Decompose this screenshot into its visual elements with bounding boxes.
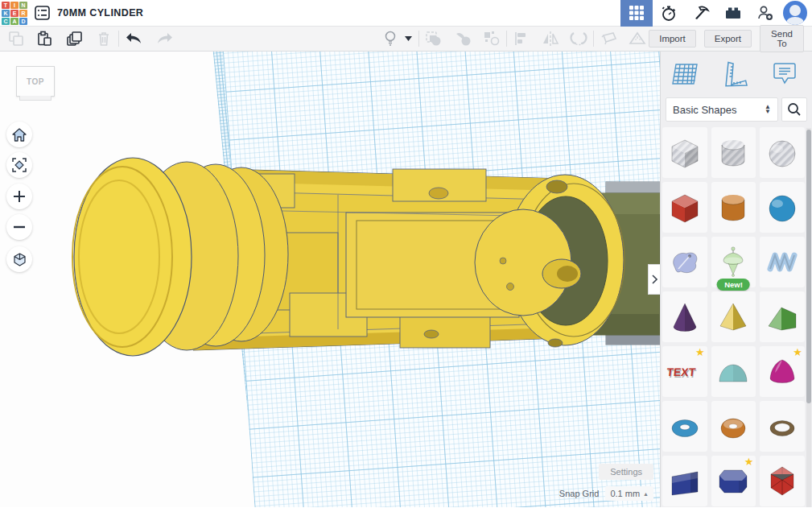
ruler-tool-icon[interactable] [626, 28, 649, 49]
shape-category-select[interactable]: Basic Shapes ▲▼ [666, 97, 778, 122]
redo-icon[interactable] [154, 28, 176, 49]
logo-tile-d: D [19, 18, 27, 25]
logo-tile-n: N [19, 2, 27, 9]
favorite-star-icon: ★ [695, 346, 705, 358]
paste-icon[interactable] [33, 28, 56, 49]
model-70mm-cylinder[interactable] [0, 52, 660, 507]
align-icon[interactable] [510, 28, 533, 49]
shape-tube[interactable] [760, 401, 805, 452]
view-cube-label: TOP [27, 77, 44, 86]
ruler-helper-icon[interactable] [719, 60, 751, 89]
view-cube[interactable]: TOP [16, 66, 55, 97]
shape-text[interactable]: TEXTTEXT★ [662, 346, 707, 397]
shape-wedge[interactable] [662, 456, 707, 506]
perspective-toggle-button[interactable] [6, 246, 32, 272]
workplane-tool-icon[interactable] [597, 28, 620, 49]
shape-hole-sphere[interactable] [760, 127, 805, 178]
add-person-icon[interactable] [749, 0, 781, 27]
shape-spinner-top[interactable]: New! [711, 237, 756, 287]
new-badge: New! [717, 279, 750, 291]
shape-hole-box[interactable] [662, 127, 707, 178]
panel-scrollbar-thumb[interactable] [806, 130, 811, 403]
group-icon[interactable] [422, 28, 445, 49]
magnet-icon[interactable] [567, 28, 590, 49]
shape-sphere[interactable] [760, 182, 805, 233]
document-title[interactable]: 70MM CYLINDER [57, 7, 143, 19]
bulb-caret-icon[interactable] [402, 28, 415, 49]
logo-tile-t: T [2, 2, 10, 9]
export-button[interactable]: Export [704, 30, 752, 47]
pickaxe-icon[interactable] [685, 0, 717, 27]
shape-donut[interactable] [711, 401, 756, 452]
send-to-button[interactable]: Send To [760, 25, 804, 52]
svg-text:TEXT: TEXT [666, 366, 697, 378]
stopwatch-icon[interactable] [653, 0, 685, 27]
shape-half-cylinder[interactable] [711, 346, 756, 397]
shape-scribble[interactable] [662, 237, 707, 287]
shape-box[interactable] [662, 182, 707, 233]
edit-toolbar: Import Export Send To [0, 27, 812, 52]
app-header: TINKERCAD 70MM CYLINDER [0, 0, 812, 27]
copy-icon[interactable] [5, 28, 27, 49]
search-shapes-button[interactable] [781, 97, 807, 122]
logo-tile-i: I [10, 2, 19, 9]
favorite-star-icon: ★ [744, 456, 754, 468]
shape-library-grid: New!TEXTTEXT★★★ [662, 127, 805, 507]
tinkercad-logo[interactable]: TINKERCAD [1, 1, 28, 26]
fit-view-button[interactable] [6, 152, 32, 178]
import-button[interactable]: Import [649, 30, 696, 47]
select-arrows-icon: ▲▼ [765, 105, 771, 115]
scatter-icon[interactable] [480, 28, 503, 49]
shape-category-value: Basic Shapes [673, 104, 737, 116]
shape-pyramid[interactable] [711, 291, 756, 342]
shape-polyhedron[interactable] [760, 456, 805, 506]
mirror-icon[interactable] [538, 28, 561, 49]
3d-viewport[interactable]: TOP Settings Snap Grid 0.1 mm ▲ [0, 52, 660, 507]
undo-icon[interactable] [122, 28, 145, 49]
home-view-button[interactable] [6, 122, 32, 147]
snap-grid-caret-icon: ▲ [643, 491, 649, 497]
logo-tile-r: R [19, 10, 27, 17]
logo-tile-e: E [10, 10, 19, 17]
favorite-star-icon: ★ [793, 346, 802, 358]
show-hide-bulb-icon[interactable] [379, 28, 402, 49]
shape-torus[interactable] [662, 401, 707, 452]
shape-roof[interactable] [760, 291, 805, 342]
settings-button[interactable]: Settings [599, 464, 653, 480]
shapes-panel: Basic Shapes ▲▼ New!TEXTTEXT★★★ [660, 52, 812, 507]
shape-cone[interactable] [662, 291, 707, 342]
workplane-helper-icon[interactable] [669, 60, 701, 89]
snap-grid-label: Snap Grid [559, 489, 600, 498]
shape-hole-cylinder[interactable] [711, 127, 756, 178]
shape-hex-prism[interactable]: ★ [711, 456, 756, 506]
shape-squiggle[interactable] [760, 237, 805, 287]
brick-icon[interactable] [717, 0, 749, 27]
logo-tile-a: A [10, 18, 19, 25]
zoom-in-button[interactable] [6, 184, 32, 209]
design-properties-icon[interactable] [33, 5, 51, 21]
notes-icon[interactable] [769, 60, 801, 89]
snap-grid-value: 0.1 mm [610, 489, 640, 498]
panel-collapse-handle[interactable] [648, 264, 660, 295]
logo-tile-k: K [2, 10, 10, 17]
delete-icon[interactable] [93, 28, 115, 49]
snap-grid-select[interactable]: 0.1 mm ▲ [605, 486, 653, 501]
avatar[interactable] [783, 1, 807, 25]
panel-scrollbar [806, 128, 811, 507]
shape-cylinder[interactable] [711, 182, 756, 233]
zoom-out-button[interactable] [6, 214, 32, 240]
shape-paraboloid[interactable]: ★ [760, 346, 805, 397]
logo-tile-c: C [2, 18, 10, 25]
ungroup-icon[interactable] [451, 28, 474, 49]
apps-grid-icon[interactable] [620, 0, 653, 27]
search-icon [787, 102, 802, 117]
duplicate-icon[interactable] [64, 28, 86, 49]
